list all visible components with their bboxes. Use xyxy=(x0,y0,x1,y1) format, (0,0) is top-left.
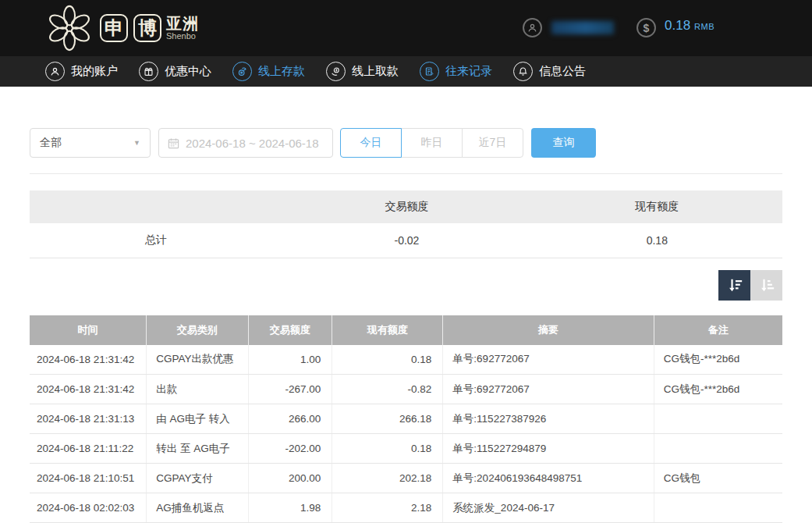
nav-item-promotions[interactable]: 优惠中心 xyxy=(139,62,211,81)
today-button[interactable]: 今日 xyxy=(340,128,402,158)
nav-item-transaction-records[interactable]: 往来记录 xyxy=(420,62,492,81)
column-header: 交易类别 xyxy=(147,315,248,345)
column-header: 时间 xyxy=(30,315,147,345)
table-cell: -0.82 xyxy=(332,375,443,404)
transaction-type-select[interactable]: 全部 ▼ xyxy=(30,128,151,158)
table-cell: 2024-06-18 21:31:13 xyxy=(30,404,147,434)
summary-header-current: 现有额度 xyxy=(532,190,782,223)
summary-header-empty xyxy=(30,190,282,223)
table-cell: CG钱包 xyxy=(654,464,782,493)
table-cell: -202.00 xyxy=(248,434,332,464)
table-cell: 2024-06-18 21:31:42 xyxy=(30,345,147,375)
table-cell: 单号:115227387926 xyxy=(443,404,654,434)
column-header: 交易额度 xyxy=(248,315,332,345)
table-cell: 系统派发_2024-06-17 xyxy=(443,493,654,523)
nav-item-online-deposit[interactable]: 线上存款 xyxy=(232,62,305,81)
summary-table: 交易额度 现有额度 总计 -0.02 0.18 xyxy=(30,190,782,258)
calendar-icon xyxy=(168,137,179,149)
chevron-down-icon: ▼ xyxy=(133,139,140,147)
search-button[interactable]: 查询 xyxy=(531,128,596,158)
logo-region-text: 亚洲 xyxy=(166,16,199,32)
table-cell: -267.00 xyxy=(248,375,332,404)
table-cell: 单号:692772067 xyxy=(443,375,654,404)
nav-item-my-account[interactable]: 我的账户 xyxy=(45,62,118,81)
user-account-area[interactable] xyxy=(523,18,614,37)
brand-logo[interactable]: 申 博 亚洲 Shenbo xyxy=(45,5,199,52)
user-icon xyxy=(45,62,65,81)
table-cell: CGPAY支付 xyxy=(147,464,248,493)
summary-header-transaction: 交易额度 xyxy=(282,190,531,223)
nav-label: 线上存款 xyxy=(258,64,305,79)
filter-row: 全部 ▼ 2024-06-18 ~ 2024-06-18 今日 昨日 近7日 查… xyxy=(30,128,782,158)
table-cell: 单号:115227294879 xyxy=(443,434,654,464)
sort-ascending-icon xyxy=(758,276,775,294)
table-row: 2024-06-18 21:11:22转出 至 AG电子-202.000.18单… xyxy=(30,434,782,464)
deposit-coin-icon xyxy=(232,62,252,81)
column-header: 备注 xyxy=(654,315,782,345)
top-header: 申 博 亚洲 Shenbo $ 0.18 RMB xyxy=(0,0,812,56)
table-cell: CG钱包-***2b6d xyxy=(654,345,782,375)
records-tbody: 2024-06-18 21:31:42CGPAY出款优惠1.000.18单号:6… xyxy=(30,345,782,523)
user-avatar-icon xyxy=(523,18,542,37)
sort-descending-icon xyxy=(726,276,743,294)
dollar-icon: $ xyxy=(636,18,656,37)
table-cell xyxy=(654,493,782,523)
sort-controls xyxy=(30,270,782,301)
table-cell: 单号:692772067 xyxy=(443,345,654,375)
summary-total-label: 总计 xyxy=(30,223,282,258)
table-cell xyxy=(654,434,782,464)
table-cell: 2024-06-18 02:02:03 xyxy=(30,493,147,523)
balance-amount: 0.18 xyxy=(665,18,690,34)
last-7-days-button[interactable]: 近7日 xyxy=(462,128,523,158)
column-header: 现有额度 xyxy=(332,315,443,345)
sort-descending-button[interactable] xyxy=(718,270,750,301)
records-table: 时间交易类别交易额度现有额度摘要备注 2024-06-18 21:31:42CG… xyxy=(30,315,782,523)
table-cell: CG钱包-***2b6d xyxy=(654,375,782,404)
date-range-input[interactable]: 2024-06-18 ~ 2024-06-18 xyxy=(158,128,333,158)
table-cell: 2024-06-18 21:11:22 xyxy=(30,434,147,464)
nav-item-online-withdrawal[interactable]: 线上取款 xyxy=(326,62,399,81)
table-cell: 266.18 xyxy=(332,404,443,434)
table-row: 2024-06-18 21:31:42CGPAY出款优惠1.000.18单号:6… xyxy=(30,345,782,375)
summary-transaction-total: -0.02 xyxy=(282,223,531,258)
yesterday-button[interactable]: 昨日 xyxy=(401,128,463,158)
table-row: 2024-06-18 21:31:42出款-267.00-0.82单号:6927… xyxy=(30,375,782,404)
logo-latin-text: Shenbo xyxy=(166,32,199,41)
nav-label: 信息公告 xyxy=(539,64,586,79)
table-cell: 0.18 xyxy=(332,345,443,375)
nav-item-announcements[interactable]: 信息公告 xyxy=(513,62,586,81)
table-row: 2024-06-18 21:10:51CGPAY支付200.00202.18单号… xyxy=(30,464,782,493)
bell-icon xyxy=(513,62,533,81)
table-cell: CGPAY出款优惠 xyxy=(147,345,248,375)
table-cell: 单号:202406193648498751 xyxy=(443,464,654,493)
records-header-row: 时间交易类别交易额度现有额度摘要备注 xyxy=(30,315,782,345)
table-cell: 2024-06-18 21:10:51 xyxy=(30,464,147,493)
balance-currency: RMB xyxy=(694,22,714,31)
table-cell: 1.00 xyxy=(248,345,332,375)
date-range-value: 2024-06-18 ~ 2024-06-18 xyxy=(186,137,319,150)
logo-char-bo: 博 xyxy=(133,14,161,42)
records-clipboard-icon xyxy=(420,62,439,81)
nav-label: 线上取款 xyxy=(352,64,399,79)
logo-char-shen: 申 xyxy=(100,14,128,42)
balance-area[interactable]: $ 0.18 RMB xyxy=(636,18,714,37)
nav-label: 我的账户 xyxy=(71,64,118,79)
table-cell xyxy=(654,404,782,434)
table-cell: 由 AG电子 转入 xyxy=(147,404,248,434)
type-select-value: 全部 xyxy=(40,136,62,150)
summary-current-total: 0.18 xyxy=(532,223,782,258)
table-cell: 转出 至 AG电子 xyxy=(147,434,248,464)
column-header: 摘要 xyxy=(443,315,654,345)
table-cell: 1.98 xyxy=(248,493,332,523)
main-navigation: 我的账户 优惠中心 线上存款 线上取款 往来记录 信息公告 xyxy=(0,56,812,87)
table-cell: 202.18 xyxy=(332,464,443,493)
table-row: 2024-06-18 21:31:13由 AG电子 转入266.00266.18… xyxy=(30,404,782,434)
sort-ascending-button[interactable] xyxy=(750,270,782,301)
table-cell: 200.00 xyxy=(248,464,332,493)
table-cell: 2.18 xyxy=(332,493,443,523)
username-redacted xyxy=(551,21,614,34)
flower-logo-icon xyxy=(45,5,94,52)
quick-date-button-group: 今日 昨日 近7日 xyxy=(340,128,523,158)
withdraw-hand-icon xyxy=(326,62,346,81)
nav-label: 优惠中心 xyxy=(165,64,211,79)
